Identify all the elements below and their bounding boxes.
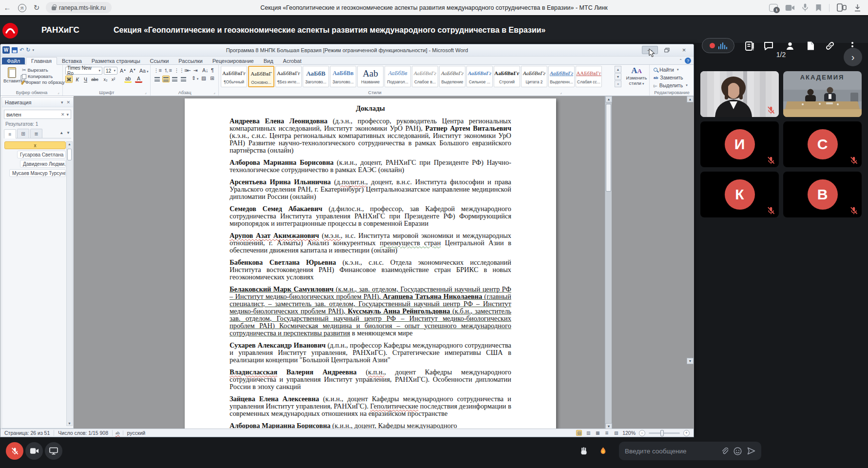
superscript-button[interactable]: x² bbox=[110, 76, 117, 83]
pilcrow-icon[interactable]: ¶ bbox=[211, 67, 214, 73]
doc-scroll-up-icon[interactable]: ▲ bbox=[605, 96, 612, 102]
styles-gallery-scroll[interactable]: ▲▼≡ bbox=[615, 66, 621, 88]
align-right-icon[interactable] bbox=[171, 76, 178, 82]
sort-icon[interactable]: А↓ bbox=[202, 67, 208, 73]
nav-scroll-down-icon[interactable]: ▼ bbox=[67, 422, 72, 425]
paragraph-dialog-launcher[interactable]: ⌟ bbox=[213, 90, 215, 95]
zoom-in-button[interactable]: + bbox=[683, 430, 690, 436]
ribbon-tab-Рецензирование[interactable]: Рецензирование bbox=[208, 58, 259, 65]
italic-button[interactable]: К bbox=[74, 76, 81, 83]
font-dialog-launcher[interactable]: ⌟ bbox=[145, 90, 147, 95]
downloads-icon[interactable] bbox=[854, 4, 861, 12]
shrink-font-icon[interactable]: А▼ bbox=[130, 68, 136, 74]
multilevel-list-icon[interactable]: ⋮⋮≡ bbox=[174, 67, 187, 73]
ribbon-tab-Вставка[interactable]: Вставка bbox=[57, 58, 87, 65]
numbering-icon[interactable]: ⒈≡ bbox=[164, 67, 172, 74]
bold-button[interactable]: Ж bbox=[65, 76, 73, 83]
style-item[interactable]: АаbНазвание bbox=[357, 66, 384, 87]
draft-view-icon[interactable]: ▧ bbox=[613, 430, 619, 436]
redo-icon[interactable]: ↻ bbox=[26, 47, 30, 53]
justify-icon[interactable] bbox=[180, 76, 187, 82]
ribbon-tab-Acrobat[interactable]: Acrobat bbox=[278, 58, 307, 65]
replace-button[interactable]: abЗаменить bbox=[654, 75, 683, 80]
ribbon-tab-Файл[interactable]: Файл bbox=[2, 58, 25, 65]
fullscreen-view-icon[interactable]: ▥ bbox=[585, 430, 591, 436]
nav-scroll-thumb[interactable] bbox=[67, 149, 72, 160]
save-icon[interactable] bbox=[12, 47, 18, 53]
print-layout-view-icon[interactable]: ▤ bbox=[576, 430, 582, 436]
send-message-icon[interactable] bbox=[747, 447, 755, 455]
style-item[interactable]: АаБбВвЗаголово... bbox=[330, 66, 356, 87]
strikethrough-button[interactable]: abc bbox=[91, 76, 98, 83]
nav-search-box[interactable]: ✕▾ bbox=[4, 110, 71, 119]
spellcheck-status-icon[interactable]: ab bbox=[113, 430, 123, 435]
undo-icon[interactable]: ↶ bbox=[19, 47, 24, 53]
cut-button[interactable]: ✂Вырезать bbox=[22, 67, 48, 73]
raise-hand-button[interactable] bbox=[575, 442, 593, 460]
nav-search-input[interactable] bbox=[6, 112, 59, 117]
style-item[interactable]: АаБбВвГгСтрогий bbox=[494, 66, 520, 87]
bookmark-icon[interactable] bbox=[815, 4, 822, 12]
participant-video-speaker[interactable] bbox=[700, 71, 779, 117]
align-left-icon[interactable] bbox=[154, 76, 161, 82]
increase-indent-icon[interactable]: ⇥ bbox=[193, 67, 198, 73]
shading-icon[interactable]: ▨ bbox=[201, 75, 206, 81]
ribbon-tab-Разметка страницы[interactable]: Разметка страницы bbox=[87, 58, 145, 65]
style-item[interactable]: АаБбВвГг¶Обычный bbox=[221, 66, 247, 87]
bullets-icon[interactable]: ⋮≡ bbox=[154, 67, 162, 73]
restore-button[interactable] bbox=[659, 46, 675, 54]
style-item[interactable]: АаБбВвГОсновно... bbox=[248, 66, 274, 87]
style-item[interactable]: АаБбВвГгСлабое в... bbox=[412, 66, 438, 87]
change-styles-button[interactable]: АА Изменить стили▾ bbox=[624, 66, 649, 86]
align-center-icon[interactable] bbox=[162, 76, 170, 82]
reactions-button[interactable] bbox=[594, 442, 612, 460]
underline-button[interactable]: Ч bbox=[82, 76, 89, 83]
qat-customize-icon[interactable]: ▾ bbox=[32, 48, 34, 52]
camera-permission-icon[interactable] bbox=[785, 4, 795, 11]
participant-tile-И[interactable]: И bbox=[700, 121, 779, 167]
next-page-button[interactable]: › bbox=[844, 48, 862, 66]
browser-reload-button[interactable]: ↻ bbox=[29, 3, 44, 12]
style-item[interactable]: АаБбВвГгВыделение bbox=[439, 66, 465, 87]
nav-tab-results[interactable]: ≣ bbox=[30, 129, 42, 138]
zoom-out-button[interactable]: − bbox=[639, 430, 645, 436]
document-scrollbar[interactable]: ▲ ▼ bbox=[605, 96, 612, 429]
font-size-select[interactable]: 12▾ bbox=[104, 67, 117, 75]
close-button[interactable]: × bbox=[676, 46, 692, 54]
font-color-button[interactable]: А bbox=[135, 76, 142, 83]
screen-share-button[interactable] bbox=[45, 442, 62, 460]
tabs-panel-icon[interactable] bbox=[837, 3, 847, 12]
help-icon[interactable]: ? bbox=[685, 58, 691, 64]
clipboard-dialog-launcher[interactable]: ⌟ bbox=[58, 90, 59, 95]
select-button[interactable]: ▻Выделить▾ bbox=[654, 82, 688, 88]
nav-pane-menu-icon[interactable]: ▾ bbox=[61, 98, 63, 107]
style-item[interactable]: АаБбВвПодзагол... bbox=[385, 66, 411, 87]
nav-tab-headings[interactable]: ≡ bbox=[4, 129, 16, 138]
paste-button[interactable]: Вставить▾ bbox=[3, 66, 20, 89]
emoji-icon[interactable] bbox=[733, 447, 742, 455]
ribbon-tab-Рассылки[interactable]: Рассылки bbox=[174, 58, 207, 65]
nav-result-item[interactable]: Мусаев Мансур Турсунпу... bbox=[9, 169, 66, 177]
line-spacing-icon[interactable]: ⇕▾ bbox=[192, 75, 198, 81]
style-item[interactable]: АаБбВвГгВыделенн... bbox=[548, 66, 575, 87]
font-name-select[interactable]: Times New Ro▾ bbox=[65, 67, 102, 75]
grow-font-icon[interactable]: А▲ bbox=[120, 68, 126, 74]
outline-view-icon[interactable]: ≣ bbox=[604, 430, 610, 436]
highlight-color-button[interactable]: ab bbox=[124, 76, 132, 83]
zoom-slider-thumb[interactable] bbox=[660, 430, 664, 436]
collapse-ribbon-icon[interactable]: ⌃ bbox=[679, 58, 682, 63]
window-scroll-down-icon[interactable]: ▼ bbox=[687, 358, 694, 364]
nav-search-clear-icon[interactable]: ✕ bbox=[61, 112, 65, 117]
participant-video-room[interactable]: АКАДЕМИЯ bbox=[783, 71, 862, 117]
style-item[interactable]: АаБбВЗаголово... bbox=[303, 66, 329, 87]
doc-scroll-thumb[interactable] bbox=[606, 104, 611, 192]
styles-dialog-launcher[interactable]: ⌟ bbox=[560, 90, 562, 95]
ribbon-tab-Вид[interactable]: Вид bbox=[259, 58, 278, 65]
nav-pane-scrollbar[interactable]: ▲ ▼ bbox=[66, 141, 73, 426]
format-painter-button[interactable]: Формат по образцу bbox=[22, 80, 65, 85]
find-button[interactable]: Найти▾ bbox=[654, 67, 678, 73]
address-bar[interactable]: ranepa.mts-link.ru bbox=[46, 2, 112, 13]
participant-tile-К[interactable]: К bbox=[700, 172, 779, 217]
change-case-icon[interactable]: Аа▾ bbox=[139, 68, 148, 74]
chat-message-input[interactable] bbox=[625, 448, 715, 455]
